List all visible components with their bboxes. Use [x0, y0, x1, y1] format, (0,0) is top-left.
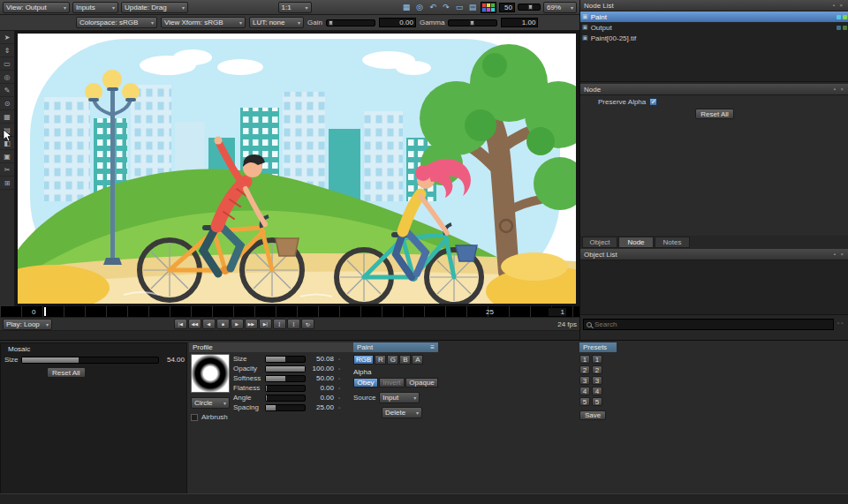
fill-tool-button[interactable]: ▣	[0, 150, 14, 163]
tab-notes[interactable]: Notes	[655, 237, 690, 248]
param-slider[interactable]	[265, 404, 306, 411]
range-in-button[interactable]: [	[273, 319, 286, 329]
close-icon[interactable]: ×	[839, 3, 844, 8]
param-slider[interactable]	[265, 385, 306, 392]
brush-size-slider[interactable]	[518, 4, 541, 11]
preset-slot-button[interactable]: 4	[592, 387, 602, 395]
pin-icon[interactable]: ▪	[834, 252, 837, 257]
rewind-button[interactable]: ◀◀	[188, 319, 201, 329]
brush-shape-dropdown[interactable]: Circle▾	[191, 397, 230, 409]
source-dropdown[interactable]: Input▾	[379, 392, 420, 403]
node-row-source[interactable]: ▣ Paint[00-25].tif	[580, 33, 848, 43]
preset-slot-button[interactable]: 2	[592, 365, 602, 374]
colorspace-dropdown[interactable]: Colorspace: sRGB▾	[76, 17, 157, 28]
channels-icon[interactable]: ▤	[467, 3, 478, 11]
param-value[interactable]: 50.00	[307, 374, 334, 382]
preset-slot-button[interactable]: 5	[579, 397, 590, 406]
clone-tool-button[interactable]: ⊙	[0, 97, 14, 110]
param-value[interactable]: 0.00	[307, 384, 334, 392]
zoom-tool-button[interactable]: ◎	[0, 71, 14, 84]
color-palette-icon[interactable]	[481, 2, 496, 13]
preset-save-button[interactable]: Save	[579, 410, 606, 420]
link-icon[interactable]: ▫	[336, 386, 343, 391]
view-xform-dropdown[interactable]: View Xform: sRGB▾	[161, 17, 246, 28]
play-button[interactable]: ▶	[231, 319, 244, 329]
grid-icon[interactable]: ▦	[401, 3, 412, 11]
preset-slot-button[interactable]: 4	[579, 387, 590, 395]
close-icon[interactable]: ×	[840, 252, 845, 257]
alpha-obey-button[interactable]: Obey	[353, 378, 378, 387]
gamma-value[interactable]: 1.00	[501, 18, 538, 27]
param-value[interactable]: 25.00	[307, 403, 334, 411]
tab-object[interactable]: Object	[582, 237, 617, 248]
gain-value[interactable]: 0.00	[379, 18, 416, 27]
preserve-alpha-checkbox[interactable]: ✓	[649, 98, 657, 106]
search-box[interactable]	[583, 319, 834, 330]
search-options-icons[interactable]: ▫▫	[837, 320, 844, 326]
link-icon[interactable]: ▫	[336, 405, 343, 410]
pin-icon[interactable]: ▪	[833, 3, 837, 8]
channel-b-button[interactable]: B	[399, 355, 411, 365]
channel-a-button[interactable]: A	[412, 355, 423, 365]
select-tool-button[interactable]: ➤	[0, 31, 14, 44]
update-dropdown[interactable]: Update: Drag▾	[121, 2, 188, 13]
mosaic-size-value[interactable]: 54.00	[162, 356, 185, 364]
pen-tool-button[interactable]: ✎	[0, 84, 14, 97]
redo-icon[interactable]: ↷	[441, 3, 451, 11]
lut-dropdown[interactable]: LUT: none▾	[249, 17, 304, 28]
link-icon[interactable]: ▫	[336, 376, 343, 381]
grid-tool-button[interactable]: ▦	[0, 110, 14, 124]
undo-icon[interactable]: ↶	[428, 3, 438, 11]
search-input[interactable]	[594, 320, 830, 328]
inputs-dropdown[interactable]: Inputs▾	[72, 2, 118, 13]
stop-button[interactable]: ■	[216, 319, 230, 329]
alpha-invert-button[interactable]: Invert	[379, 378, 405, 387]
node-indicators[interactable]	[837, 15, 847, 19]
cut-tool-button[interactable]: ✂	[0, 163, 14, 177]
preset-slot-button[interactable]: 3	[579, 376, 590, 385]
ratio-dropdown[interactable]: 1:1▾	[278, 2, 312, 13]
paint-menu-icon[interactable]: ≡	[430, 343, 435, 351]
loop-button[interactable]: ↻	[301, 319, 314, 329]
current-frame-field[interactable]: 1	[548, 307, 567, 317]
link-icon[interactable]: ▫	[336, 395, 343, 401]
tab-node[interactable]: Node	[618, 237, 654, 248]
range-out-button[interactable]: ]	[287, 319, 300, 329]
pan-tool-button[interactable]: ⇕	[0, 44, 14, 57]
goto-start-button[interactable]: |◀	[174, 319, 187, 329]
fast-forward-button[interactable]: ▶▶	[245, 319, 258, 329]
airbrush-checkbox[interactable]	[191, 414, 198, 421]
playhead[interactable]	[44, 307, 46, 316]
gain-slider[interactable]	[326, 19, 375, 26]
preset-slot-button[interactable]: 5	[592, 397, 602, 406]
pin-icon[interactable]: ▪	[834, 87, 837, 92]
shape-tool-button[interactable]: ▭	[0, 57, 14, 71]
play-mode-dropdown[interactable]: Play: Loop▾	[3, 319, 52, 330]
node-indicators[interactable]	[837, 26, 847, 30]
node-row-output[interactable]: ▣ Output	[580, 22, 848, 33]
param-slider[interactable]	[265, 375, 306, 382]
monitor-icon[interactable]: ▭	[454, 3, 465, 11]
alpha-opaque-button[interactable]: Opaque	[405, 378, 438, 387]
preset-slot-button[interactable]: 2	[579, 365, 590, 374]
slider-handle[interactable]	[470, 20, 474, 26]
frame-ruler[interactable]: 0 25 1	[0, 306, 579, 317]
mosaic-size-slider[interactable]	[21, 357, 159, 364]
link-icon[interactable]: ▫	[336, 366, 343, 372]
node-row-paint[interactable]: ▣ Paint	[580, 11, 848, 22]
preset-slot-button[interactable]: 3	[592, 376, 602, 385]
channel-rgb-button[interactable]: RGB	[353, 355, 374, 365]
param-value[interactable]: 0.00	[307, 394, 334, 402]
channel-g-button[interactable]: G	[387, 355, 398, 365]
delete-dropdown[interactable]: Delete▾	[382, 407, 422, 418]
slider-handle[interactable]	[329, 20, 333, 26]
param-slider[interactable]	[265, 395, 306, 402]
magnifier-icon[interactable]: ◎	[414, 3, 425, 11]
preset-slot-button[interactable]: 1	[592, 355, 602, 364]
param-value[interactable]: 100.00	[307, 365, 334, 372]
zoom-dropdown[interactable]: 69%▾	[543, 2, 577, 13]
close-icon[interactable]: ×	[840, 87, 845, 92]
param-slider[interactable]	[265, 356, 306, 363]
reset-all-button[interactable]: Reset All	[695, 109, 734, 119]
link-icon[interactable]: ▫	[336, 357, 343, 362]
